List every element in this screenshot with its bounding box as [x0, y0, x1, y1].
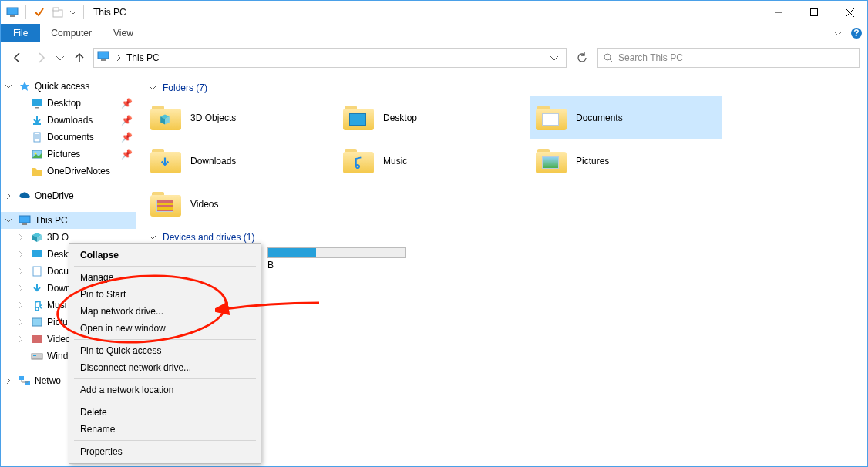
sidebar-item-label: Wind	[47, 351, 68, 361]
ctx-pin-to-quick-access[interactable]: Pin to Quick access	[69, 342, 261, 359]
search-box[interactable]	[597, 48, 860, 68]
section-title: Folders (7)	[163, 82, 207, 93]
separator	[74, 339, 256, 340]
svg-rect-11	[101, 59, 106, 61]
chevron-right-icon[interactable]	[15, 250, 27, 258]
back-button[interactable]	[8, 49, 27, 67]
chevron-down-icon[interactable]	[147, 84, 158, 92]
separator	[74, 401, 256, 401]
chevron-right-icon[interactable]	[15, 267, 27, 275]
drive-free-text: B	[267, 260, 860, 270]
sidebar-item-onedrivenotes[interactable]: OneDriveNotes	[1, 163, 136, 180]
help-icon[interactable]: ?	[846, 24, 867, 42]
svg-text:?: ?	[853, 28, 859, 39]
context-menu: Collapse Manage Pin to Start Map network…	[69, 243, 261, 464]
chevron-down-icon[interactable]	[147, 234, 158, 241]
folder-tile-desktop[interactable]: Desktop	[337, 96, 530, 139]
ctx-add-network-location[interactable]: Add a network location	[69, 381, 261, 398]
ctx-rename[interactable]: Rename	[69, 421, 261, 438]
sidebar-item-downloads[interactable]: Downloads 📌	[1, 112, 136, 129]
3d-objects-icon	[149, 101, 183, 135]
separator	[74, 440, 256, 441]
file-tab[interactable]: File	[1, 24, 40, 42]
qat-dropdown-icon[interactable]	[68, 4, 79, 21]
maximize-button[interactable]	[796, 1, 832, 24]
folder-tile-pictures[interactable]: Pictures	[530, 139, 722, 183]
pictures-icon	[30, 317, 44, 327]
window-title: This PC	[87, 7, 126, 18]
pin-icon: 📌	[121, 115, 133, 126]
tile-label: Videos	[190, 199, 218, 210]
sidebar-item-pictures[interactable]: Pictures 📌	[1, 146, 136, 163]
close-button[interactable]	[832, 1, 867, 24]
folder-tile-videos[interactable]: Videos	[144, 183, 337, 226]
sidebar-item-label: 3D O	[47, 232, 69, 243]
chevron-right-icon[interactable]	[15, 318, 27, 326]
chevron-right-icon[interactable]	[2, 192, 15, 200]
sidebar-item-documents[interactable]: Documents 📌	[1, 129, 136, 146]
network-icon	[18, 375, 32, 386]
refresh-button[interactable]	[571, 48, 593, 68]
ctx-open-in-new-window[interactable]: Open in new window	[69, 320, 261, 337]
pictures-icon	[30, 149, 44, 160]
address-bar[interactable]: This PC	[93, 48, 567, 68]
chevron-right-icon[interactable]	[15, 335, 27, 343]
sidebar-item-desktop[interactable]: Desktop 📌	[1, 95, 136, 112]
sidebar-item-label: Down	[47, 283, 71, 294]
svg-marker-14	[20, 82, 29, 91]
window-controls	[761, 1, 867, 24]
svg-rect-32	[32, 335, 42, 343]
desktop-icon	[341, 101, 375, 135]
ctx-map-network-drive[interactable]: Map network drive...	[69, 303, 261, 320]
chevron-right-icon[interactable]	[15, 301, 27, 309]
ctx-pin-to-start[interactable]: Pin to Start	[69, 286, 261, 303]
up-button[interactable]	[70, 49, 89, 67]
properties-qat-icon[interactable]	[31, 4, 48, 21]
folder-tile-3d-objects[interactable]: 3D Objects	[144, 96, 337, 139]
ctx-properties[interactable]: Properties	[69, 443, 261, 460]
documents-icon	[534, 101, 568, 135]
breadcrumb-this-pc[interactable]: This PC	[126, 52, 160, 63]
address-dropdown-icon[interactable]	[546, 54, 563, 62]
recent-locations-icon[interactable]	[55, 49, 66, 67]
chevron-down-icon[interactable]	[2, 217, 15, 224]
tab-view[interactable]: View	[103, 24, 144, 42]
ctx-collapse[interactable]: Collapse	[69, 247, 261, 264]
videos-icon	[30, 334, 44, 344]
sidebar-item-label: OneDrive	[35, 190, 74, 201]
quick-access-icon	[18, 81, 32, 92]
ribbon-expand-icon[interactable]	[830, 24, 846, 42]
minimize-button[interactable]	[761, 1, 796, 24]
ctx-disconnect-network-drive[interactable]: Disconnect network drive...	[69, 359, 261, 376]
search-input[interactable]	[618, 52, 854, 63]
sidebar-item-label: Pictures	[47, 149, 80, 160]
folder-tile-music[interactable]: Music	[337, 139, 530, 183]
chevron-right-icon[interactable]	[116, 54, 122, 62]
sidebar-item-onedrive[interactable]: OneDrive	[1, 187, 136, 204]
drives-section-header[interactable]: Devices and drives (1)	[147, 232, 860, 243]
new-folder-qat-icon[interactable]	[49, 4, 66, 21]
pin-icon: 📌	[121, 98, 133, 109]
sidebar-item-label: Desktop	[47, 98, 81, 109]
chevron-right-icon[interactable]	[2, 377, 15, 385]
chevron-down-icon[interactable]	[2, 82, 15, 90]
sidebar-item-quick-access[interactable]: Quick access	[1, 78, 136, 95]
forward-button[interactable]	[32, 49, 50, 67]
chevron-right-icon[interactable]	[15, 284, 27, 292]
ctx-delete[interactable]: Delete	[69, 404, 261, 421]
search-icon	[603, 52, 614, 63]
svg-rect-15	[32, 99, 42, 106]
ctx-manage[interactable]: Manage	[69, 269, 261, 286]
this-pc-icon	[18, 215, 32, 226]
sidebar-item-this-pc[interactable]: This PC	[1, 212, 136, 229]
chevron-right-icon[interactable]	[15, 234, 27, 241]
pin-icon: 📌	[121, 132, 133, 143]
svg-rect-18	[34, 133, 40, 142]
sidebar-item-label: Deskt	[47, 249, 71, 260]
svg-rect-34	[33, 355, 36, 356]
tab-computer[interactable]: Computer	[40, 24, 103, 42]
separator	[83, 5, 84, 19]
folders-section-header[interactable]: Folders (7)	[147, 82, 860, 93]
folder-tile-downloads[interactable]: Downloads	[144, 139, 337, 183]
folder-tile-documents[interactable]: Documents	[530, 96, 722, 139]
